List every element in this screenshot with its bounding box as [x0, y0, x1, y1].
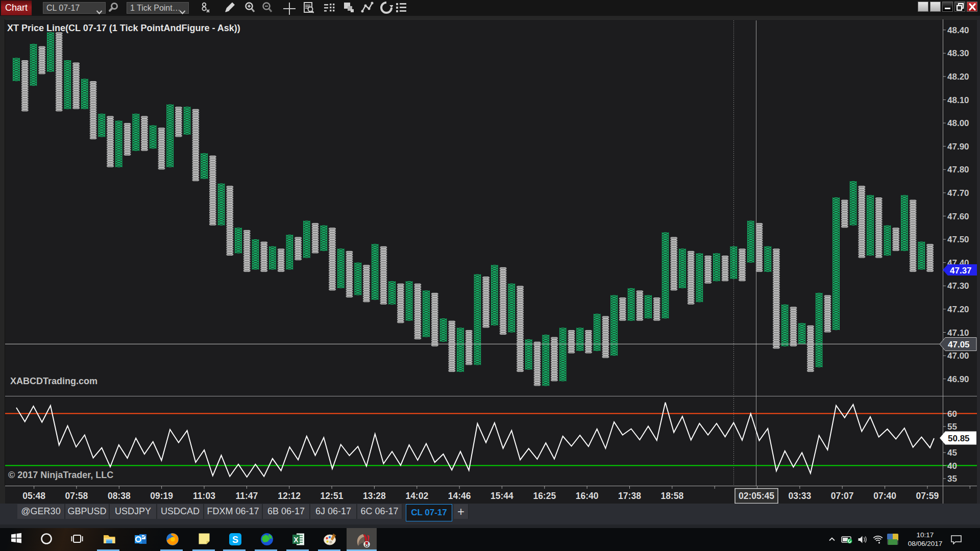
svg-text:S: S: [232, 535, 238, 545]
svg-text:14:46: 14:46: [448, 491, 471, 501]
svg-text:X: X: [293, 536, 299, 544]
svg-text:03:33: 03:33: [789, 491, 812, 501]
svg-text:48.30: 48.30: [947, 48, 969, 58]
svg-text:47.20: 47.20: [947, 305, 969, 314]
svg-text:50.85: 50.85: [948, 434, 970, 443]
svg-text:13:28: 13:28: [363, 491, 386, 501]
svg-text:47.60: 47.60: [947, 212, 969, 221]
svg-text:15:44: 15:44: [491, 491, 513, 501]
svg-text:46.90: 46.90: [947, 374, 969, 384]
svg-text:08:38: 08:38: [108, 491, 131, 501]
svg-text:11:47: 11:47: [236, 491, 258, 501]
svg-text:16:25: 16:25: [533, 491, 556, 501]
svg-text:48.20: 48.20: [947, 72, 969, 82]
svg-text:48.40: 48.40: [947, 26, 969, 35]
svg-text:17:38: 17:38: [618, 491, 641, 501]
svg-text:XABCDTrading.com: XABCDTrading.com: [10, 376, 97, 386]
svg-text:48.10: 48.10: [947, 95, 969, 105]
svg-text:07:58: 07:58: [65, 491, 88, 501]
svg-text:47.70: 47.70: [947, 188, 969, 198]
svg-text:18:58: 18:58: [660, 491, 683, 501]
svg-text:47.10: 47.10: [947, 328, 969, 338]
svg-text:11:03: 11:03: [193, 491, 215, 501]
svg-text:16:40: 16:40: [576, 491, 599, 501]
svg-text:07:07: 07:07: [831, 491, 854, 501]
svg-text:XT Price Line(CL 07-17 (1 Tick: XT Price Line(CL 07-17 (1 Tick PointAndF…: [7, 23, 240, 33]
svg-text:55: 55: [947, 422, 957, 432]
svg-text:07:40: 07:40: [873, 491, 896, 501]
svg-text:48.00: 48.00: [947, 118, 969, 128]
svg-text:47.05: 47.05: [948, 340, 970, 349]
svg-text:40: 40: [947, 461, 957, 471]
svg-text:02:05:45: 02:05:45: [739, 491, 774, 501]
svg-text:05:48: 05:48: [22, 491, 45, 501]
svg-text:47.80: 47.80: [947, 165, 969, 174]
svg-text:09:19: 09:19: [150, 491, 173, 501]
svg-text:12:12: 12:12: [278, 491, 301, 501]
svg-text:47.90: 47.90: [947, 142, 969, 152]
svg-text:47.37: 47.37: [950, 266, 972, 276]
svg-text:© 2017 NinjaTrader, LLC: © 2017 NinjaTrader, LLC: [8, 470, 113, 480]
svg-text:47.30: 47.30: [947, 281, 969, 291]
svg-text:47.00: 47.00: [947, 351, 969, 361]
svg-text:14:02: 14:02: [405, 491, 428, 501]
svg-text:07:59: 07:59: [916, 491, 939, 501]
svg-text:12:51: 12:51: [321, 491, 344, 501]
svg-text:45: 45: [947, 448, 957, 458]
svg-text:35: 35: [947, 474, 957, 484]
svg-text:60: 60: [947, 409, 957, 419]
svg-text:47.50: 47.50: [947, 235, 969, 244]
svg-text:8: 8: [365, 540, 369, 548]
